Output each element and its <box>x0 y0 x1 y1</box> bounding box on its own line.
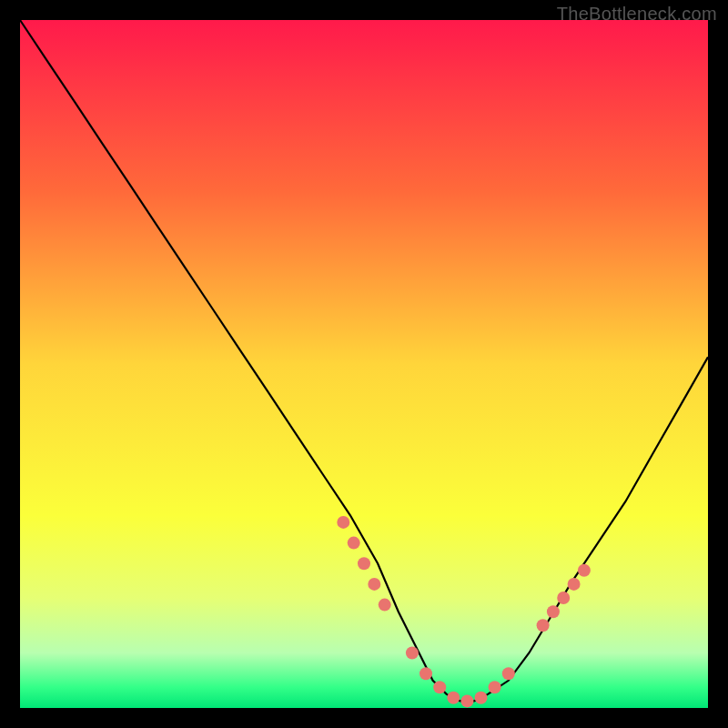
marker-point <box>433 681 446 693</box>
plot-area <box>20 20 708 708</box>
marker-point <box>568 578 581 591</box>
marker-point <box>368 578 380 591</box>
marker-point <box>547 605 560 618</box>
marker-point <box>489 681 501 693</box>
marker-point <box>578 564 591 577</box>
marker-point <box>475 692 488 704</box>
marker-point <box>420 667 432 680</box>
marker-point <box>447 692 460 704</box>
marker-point <box>358 557 370 570</box>
marker-point <box>406 647 419 660</box>
marker-point <box>348 537 360 550</box>
bottleneck-chart: TheBottleneck.com <box>0 0 728 728</box>
marker-point <box>502 667 515 680</box>
chart-svg <box>0 0 728 728</box>
watermark: TheBottleneck.com <box>557 4 717 25</box>
marker-point <box>557 592 570 604</box>
marker-point <box>379 599 391 612</box>
marker-point <box>337 516 349 529</box>
marker-point <box>537 619 550 632</box>
marker-point <box>460 694 473 707</box>
